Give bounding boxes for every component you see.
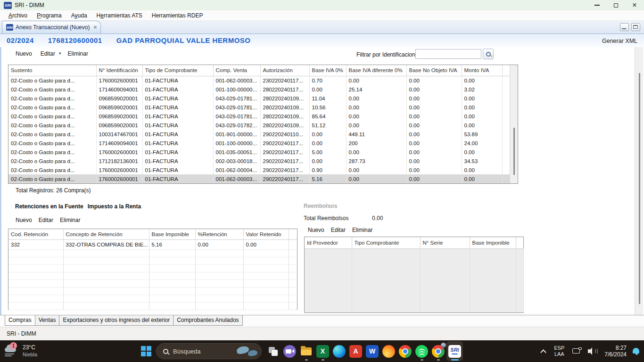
bottom-tab-comprobantes-anulados[interactable]: Comprobantes Anulados (173, 315, 242, 326)
retenciones-eliminar-button[interactable]: Eliminar (60, 217, 80, 223)
compras-toolbar: Nuevo Editar ▾ Eliminar (16, 50, 97, 57)
compras-row[interactable]: 02-Costo o Gasto para d...17600026000010… (8, 76, 510, 85)
col-sustento[interactable]: Sustento (8, 65, 96, 76)
language-indicator[interactable]: ESP LAA (552, 345, 566, 357)
compras-table: Sustento N° Identificación Tipo de Compr… (8, 65, 518, 184)
col-id-proveedor[interactable]: Id Proveedor (305, 237, 352, 248)
chrome-icon[interactable] (397, 341, 413, 361)
video-app-icon[interactable] (281, 341, 298, 361)
taskbar: 1 23°C Niebla Búsqueda XAWSRi ESP LAA 8:… (0, 340, 644, 362)
compras-row[interactable]: 02-Costo o Gasto para d...17600026000010… (8, 165, 510, 174)
tab-label: Anexo Transaccional (Nuevo) (16, 24, 90, 31)
compras-row[interactable]: 02-Costo o Gasto para d...09685990200010… (8, 112, 510, 121)
bottom-tab-compras[interactable]: Compras (5, 315, 35, 326)
notification-bell-icon[interactable] (633, 348, 640, 355)
weather-widget[interactable]: 1 23°C Niebla (4, 343, 37, 359)
bottom-tab-bar: ComprasVentasExportaciones y otros ingre… (0, 315, 644, 327)
menu-herramientas-rdep[interactable]: Herramientas RDEP (147, 11, 208, 20)
compras-row[interactable]: 02-Costo o Gasto para d...17600026000010… (8, 174, 510, 183)
page-scrollbar-thumb[interactable] (639, 73, 640, 304)
generar-xml-button[interactable]: Generar XML (602, 38, 637, 44)
compras-nuevo-button[interactable]: Nuevo (16, 50, 32, 57)
retencion-row[interactable]: 332332-OTRAS COMPRAS DE BIE...5.160.000.… (8, 239, 297, 249)
retenciones-nuevo-button[interactable]: Nuevo (16, 217, 32, 223)
col-cod-retencion[interactable]: Cod. Retención (8, 229, 63, 239)
col-base-imponible[interactable]: Base Imponible (470, 237, 516, 248)
bottom-tab-exportaciones-y-otros-ingresos-del-exterior[interactable]: Exportaciones y otros ingresos del exter… (59, 315, 173, 326)
col-base-iva-diferente[interactable]: Base IVA diferente 0% (346, 65, 406, 76)
network-icon[interactable] (572, 347, 582, 355)
firefox-icon[interactable] (380, 341, 397, 361)
menu-herramientas-ats[interactable]: Herramientas ATS (92, 11, 147, 20)
col-identificacion[interactable]: N° Identificación (96, 65, 142, 76)
menu-programa[interactable]: Programa (32, 11, 66, 20)
compras-editar-button[interactable]: Editar (41, 50, 55, 57)
excel-icon[interactable]: X (314, 341, 331, 361)
start-button[interactable] (138, 343, 154, 359)
clock[interactable]: 8:27 7/6/2024 (604, 345, 627, 358)
edge-icon[interactable] (331, 341, 347, 361)
compras-row[interactable]: 02-Costo o Gasto para d...10031474670010… (8, 130, 510, 139)
col-comp-venta[interactable]: Comp. Venta (213, 65, 260, 76)
sri-app-icon[interactable]: SRi (446, 341, 463, 361)
word-icon[interactable]: W (364, 341, 380, 361)
reembolsos-nuevo-button[interactable]: Nuevo (308, 227, 324, 233)
chrome-profile-icon[interactable] (430, 341, 446, 361)
weather-condition-label: Niebla (23, 352, 37, 357)
col-porc-retencion[interactable]: %Retención (195, 229, 243, 239)
tray-chevron-icon[interactable] (540, 348, 546, 354)
file-explorer-icon[interactable] (298, 341, 314, 361)
volume-icon[interactable] (588, 347, 598, 355)
col-tipo-comprobante[interactable]: Tipo Comprobante (352, 237, 420, 248)
search-daily-image (233, 344, 257, 358)
taskbar-search[interactable]: Búsqueda (156, 343, 262, 359)
menu-archivo[interactable]: Archivo (4, 11, 32, 20)
col-autorizacion[interactable]: Autorización (260, 65, 309, 76)
compras-row[interactable]: 02-Costo o Gasto para d...17146090940010… (8, 139, 510, 148)
close-button[interactable]: × (625, 0, 644, 10)
compras-header-row: Sustento N° Identificación Tipo de Compr… (8, 65, 510, 76)
col-base-iva-0[interactable]: Base IVA 0% (309, 65, 346, 76)
tab-anexo-transaccional[interactable]: SRi Anexo Transaccional (Nuevo) × (2, 21, 101, 33)
col-base-imponible[interactable]: Base Imponible (149, 229, 195, 239)
filter-search-button[interactable] (483, 49, 494, 59)
minimize-view-button[interactable] (620, 23, 629, 31)
menu-ayuda[interactable]: Ayuda (66, 11, 92, 20)
stacked-windows-icon[interactable] (265, 341, 281, 361)
maximize-view-button[interactable] (631, 23, 640, 31)
col-tipo-comprobante[interactable]: Tipo de Comprobante (142, 65, 213, 76)
col-serie[interactable]: N° Serie (420, 237, 470, 248)
compras-row[interactable]: 02-Costo o Gasto para d...09685990200010… (8, 94, 510, 103)
compras-row[interactable]: 02-Costo o Gasto para d...17600026000010… (8, 148, 510, 156)
minimize-button[interactable] (587, 0, 606, 10)
temperature-label: 23°C (23, 344, 37, 351)
col-base-no-objeto[interactable]: Base No Objeto IVA (406, 65, 462, 76)
col-concepto[interactable]: Concepto de Retención (63, 229, 149, 239)
compras-table-scrollbar[interactable] (510, 65, 518, 183)
col-valor-retenido[interactable]: Valor Retenido (243, 229, 289, 239)
compras-row[interactable]: 02-Costo o Gasto para d...09685990200010… (8, 121, 510, 130)
compras-row[interactable]: 02-Costo o Gasto para d...17146090940010… (8, 85, 510, 94)
restore-button[interactable] (606, 0, 625, 10)
scrollbar-thumb[interactable] (513, 128, 515, 175)
compras-eliminar-button[interactable]: Eliminar (68, 50, 88, 57)
bottom-tab-ventas[interactable]: Ventas (35, 315, 60, 326)
compras-row[interactable]: 02-Costo o Gasto para d...09685990200010… (8, 103, 510, 112)
col-monto-iva[interactable]: Monto IVA (462, 65, 502, 76)
empty-row (8, 287, 297, 295)
compras-row[interactable]: 02-Costo o Gasto para d...17121821360010… (8, 156, 510, 165)
reembolsos-eliminar-button[interactable]: Eliminar (352, 227, 372, 233)
tab-close-icon[interactable]: × (93, 24, 97, 31)
filter-input[interactable] (415, 49, 481, 59)
window-controls: × (587, 0, 644, 10)
retenciones-editar-button[interactable]: Editar (39, 217, 53, 223)
page-scrollbar[interactable] (635, 47, 643, 315)
editar-dropdown-icon[interactable]: ▾ (59, 51, 61, 56)
filter-label: Filtrar por Identificacion: (356, 51, 417, 58)
col-filler (289, 229, 297, 239)
reembolsos-editar-button[interactable]: Editar (331, 227, 346, 233)
reembolsos-title: Reembolsos (304, 203, 337, 209)
reembolsos-table: Id Proveedor Tipo Comprobante N° Serie B… (304, 237, 524, 313)
spotify-icon[interactable] (413, 341, 430, 361)
pdf-app-icon[interactable]: A (347, 341, 364, 361)
